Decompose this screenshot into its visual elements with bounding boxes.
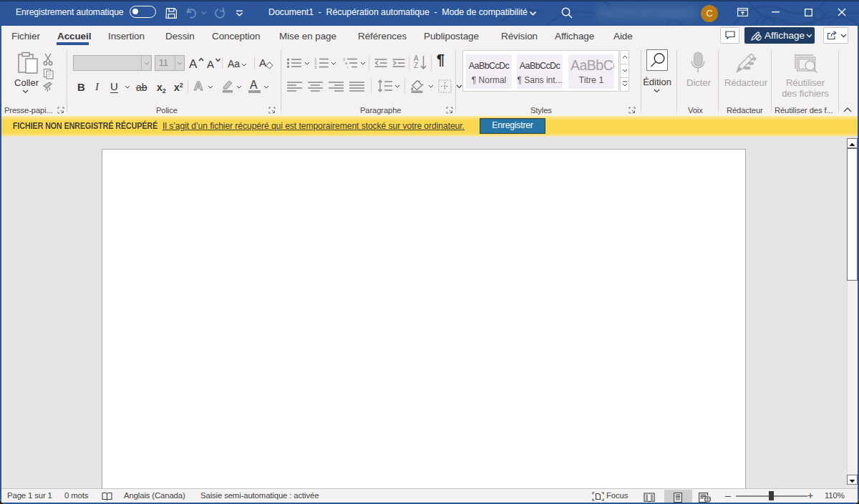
svg-text:A: A [207, 58, 214, 69]
svg-text:A: A [189, 57, 198, 69]
svg-text:3: 3 [314, 65, 317, 69]
svg-text:i: i [347, 65, 348, 69]
